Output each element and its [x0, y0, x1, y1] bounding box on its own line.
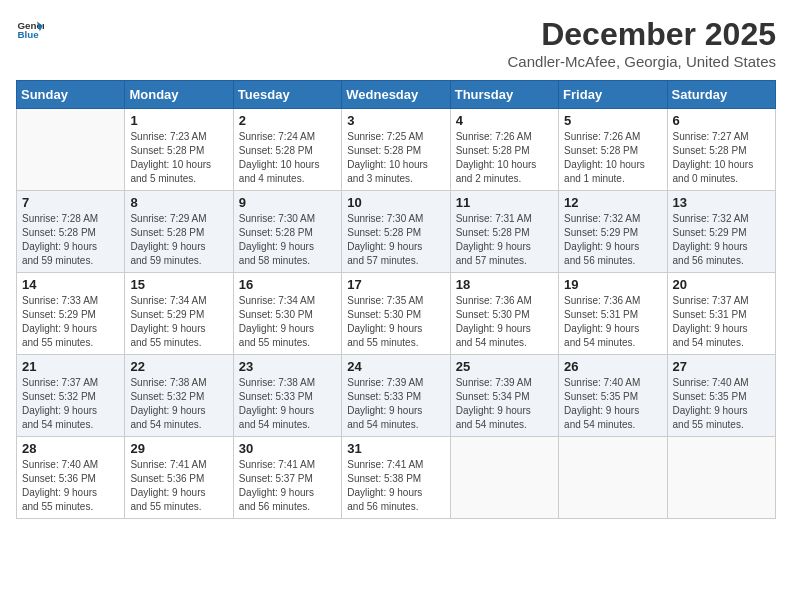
day-number: 20 — [673, 277, 770, 292]
page-header: General Blue December 2025 Candler-McAfe… — [16, 16, 776, 70]
calendar-day-cell: 8Sunrise: 7:29 AM Sunset: 5:28 PM Daylig… — [125, 191, 233, 273]
calendar-day-cell: 15Sunrise: 7:34 AM Sunset: 5:29 PM Dayli… — [125, 273, 233, 355]
day-number: 6 — [673, 113, 770, 128]
calendar-day-cell: 14Sunrise: 7:33 AM Sunset: 5:29 PM Dayli… — [17, 273, 125, 355]
calendar-day-cell: 5Sunrise: 7:26 AM Sunset: 5:28 PM Daylig… — [559, 109, 667, 191]
day-number: 12 — [564, 195, 661, 210]
weekday-header: Monday — [125, 81, 233, 109]
calendar-day-cell: 6Sunrise: 7:27 AM Sunset: 5:28 PM Daylig… — [667, 109, 775, 191]
day-info: Sunrise: 7:33 AM Sunset: 5:29 PM Dayligh… — [22, 294, 119, 350]
day-number: 24 — [347, 359, 444, 374]
calendar-day-cell: 1Sunrise: 7:23 AM Sunset: 5:28 PM Daylig… — [125, 109, 233, 191]
day-info: Sunrise: 7:36 AM Sunset: 5:30 PM Dayligh… — [456, 294, 553, 350]
calendar-day-cell: 13Sunrise: 7:32 AM Sunset: 5:29 PM Dayli… — [667, 191, 775, 273]
day-number: 18 — [456, 277, 553, 292]
calendar-week-row: 21Sunrise: 7:37 AM Sunset: 5:32 PM Dayli… — [17, 355, 776, 437]
day-number: 30 — [239, 441, 336, 456]
calendar-table: SundayMondayTuesdayWednesdayThursdayFrid… — [16, 80, 776, 519]
weekday-header: Wednesday — [342, 81, 450, 109]
logo: General Blue — [16, 16, 46, 44]
calendar-day-cell: 10Sunrise: 7:30 AM Sunset: 5:28 PM Dayli… — [342, 191, 450, 273]
calendar-week-row: 1Sunrise: 7:23 AM Sunset: 5:28 PM Daylig… — [17, 109, 776, 191]
day-info: Sunrise: 7:36 AM Sunset: 5:31 PM Dayligh… — [564, 294, 661, 350]
day-info: Sunrise: 7:39 AM Sunset: 5:33 PM Dayligh… — [347, 376, 444, 432]
calendar-week-row: 7Sunrise: 7:28 AM Sunset: 5:28 PM Daylig… — [17, 191, 776, 273]
day-number: 16 — [239, 277, 336, 292]
day-info: Sunrise: 7:41 AM Sunset: 5:36 PM Dayligh… — [130, 458, 227, 514]
calendar-day-cell: 2Sunrise: 7:24 AM Sunset: 5:28 PM Daylig… — [233, 109, 341, 191]
svg-text:Blue: Blue — [17, 29, 39, 40]
day-info: Sunrise: 7:27 AM Sunset: 5:28 PM Dayligh… — [673, 130, 770, 186]
calendar-day-cell — [450, 437, 558, 519]
calendar-header-row: SundayMondayTuesdayWednesdayThursdayFrid… — [17, 81, 776, 109]
day-number: 8 — [130, 195, 227, 210]
day-number: 7 — [22, 195, 119, 210]
day-number: 27 — [673, 359, 770, 374]
calendar-week-row: 14Sunrise: 7:33 AM Sunset: 5:29 PM Dayli… — [17, 273, 776, 355]
day-number: 10 — [347, 195, 444, 210]
day-number: 15 — [130, 277, 227, 292]
day-info: Sunrise: 7:30 AM Sunset: 5:28 PM Dayligh… — [347, 212, 444, 268]
day-number: 21 — [22, 359, 119, 374]
calendar-day-cell: 12Sunrise: 7:32 AM Sunset: 5:29 PM Dayli… — [559, 191, 667, 273]
day-info: Sunrise: 7:41 AM Sunset: 5:38 PM Dayligh… — [347, 458, 444, 514]
weekday-header: Sunday — [17, 81, 125, 109]
day-info: Sunrise: 7:30 AM Sunset: 5:28 PM Dayligh… — [239, 212, 336, 268]
day-info: Sunrise: 7:35 AM Sunset: 5:30 PM Dayligh… — [347, 294, 444, 350]
calendar-day-cell: 9Sunrise: 7:30 AM Sunset: 5:28 PM Daylig… — [233, 191, 341, 273]
day-number: 28 — [22, 441, 119, 456]
day-info: Sunrise: 7:40 AM Sunset: 5:35 PM Dayligh… — [564, 376, 661, 432]
day-info: Sunrise: 7:31 AM Sunset: 5:28 PM Dayligh… — [456, 212, 553, 268]
day-number: 5 — [564, 113, 661, 128]
day-number: 11 — [456, 195, 553, 210]
day-info: Sunrise: 7:25 AM Sunset: 5:28 PM Dayligh… — [347, 130, 444, 186]
day-number: 14 — [22, 277, 119, 292]
day-info: Sunrise: 7:41 AM Sunset: 5:37 PM Dayligh… — [239, 458, 336, 514]
calendar-day-cell: 18Sunrise: 7:36 AM Sunset: 5:30 PM Dayli… — [450, 273, 558, 355]
day-number: 25 — [456, 359, 553, 374]
calendar-day-cell: 21Sunrise: 7:37 AM Sunset: 5:32 PM Dayli… — [17, 355, 125, 437]
day-number: 1 — [130, 113, 227, 128]
day-info: Sunrise: 7:34 AM Sunset: 5:30 PM Dayligh… — [239, 294, 336, 350]
day-number: 29 — [130, 441, 227, 456]
calendar-day-cell — [559, 437, 667, 519]
calendar-day-cell: 4Sunrise: 7:26 AM Sunset: 5:28 PM Daylig… — [450, 109, 558, 191]
calendar-day-cell: 31Sunrise: 7:41 AM Sunset: 5:38 PM Dayli… — [342, 437, 450, 519]
day-number: 31 — [347, 441, 444, 456]
calendar-day-cell — [17, 109, 125, 191]
calendar-day-cell: 16Sunrise: 7:34 AM Sunset: 5:30 PM Dayli… — [233, 273, 341, 355]
day-number: 23 — [239, 359, 336, 374]
day-number: 19 — [564, 277, 661, 292]
calendar-day-cell: 30Sunrise: 7:41 AM Sunset: 5:37 PM Dayli… — [233, 437, 341, 519]
calendar-week-row: 28Sunrise: 7:40 AM Sunset: 5:36 PM Dayli… — [17, 437, 776, 519]
day-number: 9 — [239, 195, 336, 210]
calendar-day-cell: 22Sunrise: 7:38 AM Sunset: 5:32 PM Dayli… — [125, 355, 233, 437]
day-info: Sunrise: 7:38 AM Sunset: 5:33 PM Dayligh… — [239, 376, 336, 432]
calendar-day-cell: 29Sunrise: 7:41 AM Sunset: 5:36 PM Dayli… — [125, 437, 233, 519]
calendar-day-cell — [667, 437, 775, 519]
logo-icon: General Blue — [16, 16, 44, 44]
calendar-day-cell: 25Sunrise: 7:39 AM Sunset: 5:34 PM Dayli… — [450, 355, 558, 437]
calendar-day-cell: 26Sunrise: 7:40 AM Sunset: 5:35 PM Dayli… — [559, 355, 667, 437]
day-info: Sunrise: 7:32 AM Sunset: 5:29 PM Dayligh… — [673, 212, 770, 268]
weekday-header: Thursday — [450, 81, 558, 109]
calendar-day-cell: 28Sunrise: 7:40 AM Sunset: 5:36 PM Dayli… — [17, 437, 125, 519]
day-info: Sunrise: 7:34 AM Sunset: 5:29 PM Dayligh… — [130, 294, 227, 350]
calendar-day-cell: 19Sunrise: 7:36 AM Sunset: 5:31 PM Dayli… — [559, 273, 667, 355]
day-info: Sunrise: 7:28 AM Sunset: 5:28 PM Dayligh… — [22, 212, 119, 268]
day-number: 17 — [347, 277, 444, 292]
day-number: 3 — [347, 113, 444, 128]
calendar-day-cell: 17Sunrise: 7:35 AM Sunset: 5:30 PM Dayli… — [342, 273, 450, 355]
day-number: 4 — [456, 113, 553, 128]
calendar-day-cell: 3Sunrise: 7:25 AM Sunset: 5:28 PM Daylig… — [342, 109, 450, 191]
day-info: Sunrise: 7:38 AM Sunset: 5:32 PM Dayligh… — [130, 376, 227, 432]
month-title: December 2025 — [508, 16, 776, 53]
day-number: 13 — [673, 195, 770, 210]
calendar-day-cell: 24Sunrise: 7:39 AM Sunset: 5:33 PM Dayli… — [342, 355, 450, 437]
calendar-day-cell: 7Sunrise: 7:28 AM Sunset: 5:28 PM Daylig… — [17, 191, 125, 273]
day-number: 26 — [564, 359, 661, 374]
title-section: December 2025 Candler-McAfee, Georgia, U… — [508, 16, 776, 70]
day-info: Sunrise: 7:37 AM Sunset: 5:31 PM Dayligh… — [673, 294, 770, 350]
day-info: Sunrise: 7:26 AM Sunset: 5:28 PM Dayligh… — [456, 130, 553, 186]
day-info: Sunrise: 7:29 AM Sunset: 5:28 PM Dayligh… — [130, 212, 227, 268]
